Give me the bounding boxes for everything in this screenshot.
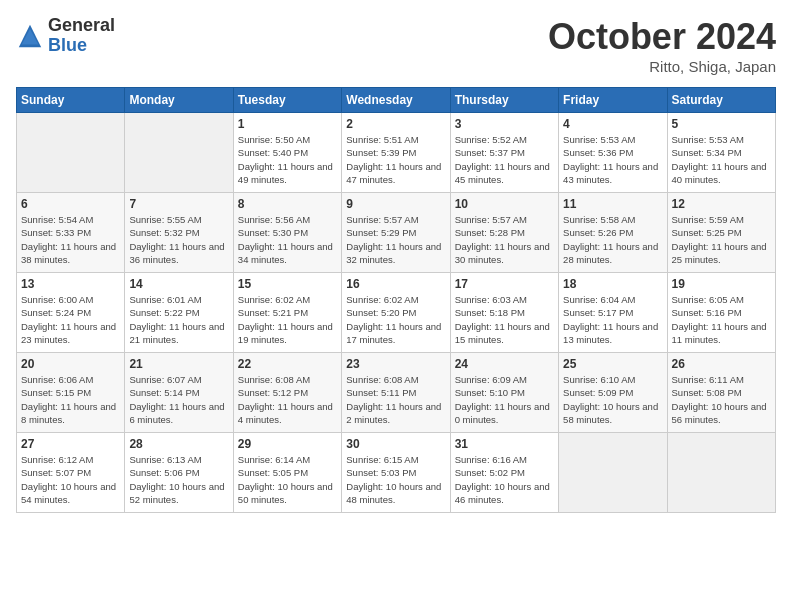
day-info: Sunrise: 5:53 AM Sunset: 5:36 PM Dayligh… — [563, 133, 662, 186]
day-number: 1 — [238, 117, 337, 131]
weekday-header-friday: Friday — [559, 88, 667, 113]
logo: General Blue — [16, 16, 115, 56]
day-info: Sunrise: 6:08 AM Sunset: 5:11 PM Dayligh… — [346, 373, 445, 426]
calendar-cell: 11Sunrise: 5:58 AM Sunset: 5:26 PM Dayli… — [559, 193, 667, 273]
weekday-header-sunday: Sunday — [17, 88, 125, 113]
calendar-cell: 16Sunrise: 6:02 AM Sunset: 5:20 PM Dayli… — [342, 273, 450, 353]
calendar-cell: 15Sunrise: 6:02 AM Sunset: 5:21 PM Dayli… — [233, 273, 341, 353]
day-info: Sunrise: 6:10 AM Sunset: 5:09 PM Dayligh… — [563, 373, 662, 426]
weekday-header-row: SundayMondayTuesdayWednesdayThursdayFrid… — [17, 88, 776, 113]
day-number: 22 — [238, 357, 337, 371]
calendar-cell: 24Sunrise: 6:09 AM Sunset: 5:10 PM Dayli… — [450, 353, 558, 433]
calendar-cell: 28Sunrise: 6:13 AM Sunset: 5:06 PM Dayli… — [125, 433, 233, 513]
calendar-cell: 31Sunrise: 6:16 AM Sunset: 5:02 PM Dayli… — [450, 433, 558, 513]
day-info: Sunrise: 6:13 AM Sunset: 5:06 PM Dayligh… — [129, 453, 228, 506]
calendar-week-row: 1Sunrise: 5:50 AM Sunset: 5:40 PM Daylig… — [17, 113, 776, 193]
calendar-cell: 22Sunrise: 6:08 AM Sunset: 5:12 PM Dayli… — [233, 353, 341, 433]
location: Ritto, Shiga, Japan — [548, 58, 776, 75]
day-info: Sunrise: 6:00 AM Sunset: 5:24 PM Dayligh… — [21, 293, 120, 346]
day-number: 30 — [346, 437, 445, 451]
day-info: Sunrise: 5:54 AM Sunset: 5:33 PM Dayligh… — [21, 213, 120, 266]
day-number: 8 — [238, 197, 337, 211]
day-number: 4 — [563, 117, 662, 131]
day-number: 27 — [21, 437, 120, 451]
calendar-cell: 8Sunrise: 5:56 AM Sunset: 5:30 PM Daylig… — [233, 193, 341, 273]
day-number: 12 — [672, 197, 771, 211]
calendar-cell: 19Sunrise: 6:05 AM Sunset: 5:16 PM Dayli… — [667, 273, 775, 353]
day-info: Sunrise: 6:03 AM Sunset: 5:18 PM Dayligh… — [455, 293, 554, 346]
calendar-cell: 5Sunrise: 5:53 AM Sunset: 5:34 PM Daylig… — [667, 113, 775, 193]
day-info: Sunrise: 5:52 AM Sunset: 5:37 PM Dayligh… — [455, 133, 554, 186]
day-info: Sunrise: 6:01 AM Sunset: 5:22 PM Dayligh… — [129, 293, 228, 346]
day-number: 11 — [563, 197, 662, 211]
day-number: 10 — [455, 197, 554, 211]
weekday-header-monday: Monday — [125, 88, 233, 113]
day-number: 6 — [21, 197, 120, 211]
calendar-cell — [559, 433, 667, 513]
day-info: Sunrise: 5:57 AM Sunset: 5:29 PM Dayligh… — [346, 213, 445, 266]
calendar-cell: 12Sunrise: 5:59 AM Sunset: 5:25 PM Dayli… — [667, 193, 775, 273]
weekday-header-thursday: Thursday — [450, 88, 558, 113]
day-number: 18 — [563, 277, 662, 291]
day-number: 25 — [563, 357, 662, 371]
day-info: Sunrise: 6:08 AM Sunset: 5:12 PM Dayligh… — [238, 373, 337, 426]
calendar-cell: 7Sunrise: 5:55 AM Sunset: 5:32 PM Daylig… — [125, 193, 233, 273]
day-number: 14 — [129, 277, 228, 291]
day-info: Sunrise: 5:59 AM Sunset: 5:25 PM Dayligh… — [672, 213, 771, 266]
day-info: Sunrise: 6:11 AM Sunset: 5:08 PM Dayligh… — [672, 373, 771, 426]
day-number: 16 — [346, 277, 445, 291]
day-number: 9 — [346, 197, 445, 211]
day-number: 28 — [129, 437, 228, 451]
day-info: Sunrise: 5:55 AM Sunset: 5:32 PM Dayligh… — [129, 213, 228, 266]
calendar-cell — [125, 113, 233, 193]
day-info: Sunrise: 6:12 AM Sunset: 5:07 PM Dayligh… — [21, 453, 120, 506]
day-number: 13 — [21, 277, 120, 291]
calendar-cell: 2Sunrise: 5:51 AM Sunset: 5:39 PM Daylig… — [342, 113, 450, 193]
day-number: 3 — [455, 117, 554, 131]
calendar-cell: 1Sunrise: 5:50 AM Sunset: 5:40 PM Daylig… — [233, 113, 341, 193]
calendar-cell: 21Sunrise: 6:07 AM Sunset: 5:14 PM Dayli… — [125, 353, 233, 433]
day-number: 23 — [346, 357, 445, 371]
day-info: Sunrise: 5:56 AM Sunset: 5:30 PM Dayligh… — [238, 213, 337, 266]
calendar-cell: 25Sunrise: 6:10 AM Sunset: 5:09 PM Dayli… — [559, 353, 667, 433]
calendar-cell: 30Sunrise: 6:15 AM Sunset: 5:03 PM Dayli… — [342, 433, 450, 513]
weekday-header-wednesday: Wednesday — [342, 88, 450, 113]
logo-general: General — [48, 16, 115, 36]
calendar-cell: 18Sunrise: 6:04 AM Sunset: 5:17 PM Dayli… — [559, 273, 667, 353]
day-info: Sunrise: 6:05 AM Sunset: 5:16 PM Dayligh… — [672, 293, 771, 346]
calendar-cell: 23Sunrise: 6:08 AM Sunset: 5:11 PM Dayli… — [342, 353, 450, 433]
calendar-cell: 29Sunrise: 6:14 AM Sunset: 5:05 PM Dayli… — [233, 433, 341, 513]
day-info: Sunrise: 6:02 AM Sunset: 5:20 PM Dayligh… — [346, 293, 445, 346]
day-info: Sunrise: 6:16 AM Sunset: 5:02 PM Dayligh… — [455, 453, 554, 506]
calendar-cell: 26Sunrise: 6:11 AM Sunset: 5:08 PM Dayli… — [667, 353, 775, 433]
calendar-cell: 3Sunrise: 5:52 AM Sunset: 5:37 PM Daylig… — [450, 113, 558, 193]
calendar-cell: 13Sunrise: 6:00 AM Sunset: 5:24 PM Dayli… — [17, 273, 125, 353]
day-number: 2 — [346, 117, 445, 131]
day-number: 26 — [672, 357, 771, 371]
page-header: General Blue October 2024 Ritto, Shiga, … — [16, 16, 776, 75]
day-info: Sunrise: 5:51 AM Sunset: 5:39 PM Dayligh… — [346, 133, 445, 186]
day-number: 17 — [455, 277, 554, 291]
calendar-week-row: 13Sunrise: 6:00 AM Sunset: 5:24 PM Dayli… — [17, 273, 776, 353]
day-number: 29 — [238, 437, 337, 451]
day-info: Sunrise: 6:07 AM Sunset: 5:14 PM Dayligh… — [129, 373, 228, 426]
calendar-cell — [17, 113, 125, 193]
day-number: 24 — [455, 357, 554, 371]
calendar-cell: 14Sunrise: 6:01 AM Sunset: 5:22 PM Dayli… — [125, 273, 233, 353]
calendar-cell: 17Sunrise: 6:03 AM Sunset: 5:18 PM Dayli… — [450, 273, 558, 353]
day-number: 20 — [21, 357, 120, 371]
day-number: 7 — [129, 197, 228, 211]
day-info: Sunrise: 6:02 AM Sunset: 5:21 PM Dayligh… — [238, 293, 337, 346]
logo-blue: Blue — [48, 36, 115, 56]
calendar-cell: 9Sunrise: 5:57 AM Sunset: 5:29 PM Daylig… — [342, 193, 450, 273]
title-block: October 2024 Ritto, Shiga, Japan — [548, 16, 776, 75]
day-number: 21 — [129, 357, 228, 371]
day-info: Sunrise: 5:53 AM Sunset: 5:34 PM Dayligh… — [672, 133, 771, 186]
calendar-cell: 6Sunrise: 5:54 AM Sunset: 5:33 PM Daylig… — [17, 193, 125, 273]
calendar-cell: 10Sunrise: 5:57 AM Sunset: 5:28 PM Dayli… — [450, 193, 558, 273]
day-info: Sunrise: 5:50 AM Sunset: 5:40 PM Dayligh… — [238, 133, 337, 186]
day-info: Sunrise: 6:09 AM Sunset: 5:10 PM Dayligh… — [455, 373, 554, 426]
day-number: 5 — [672, 117, 771, 131]
weekday-header-tuesday: Tuesday — [233, 88, 341, 113]
calendar-cell: 20Sunrise: 6:06 AM Sunset: 5:15 PM Dayli… — [17, 353, 125, 433]
